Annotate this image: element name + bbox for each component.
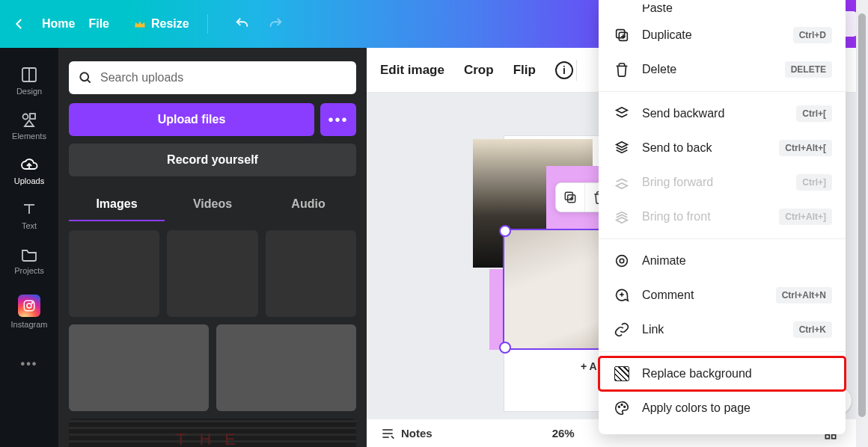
upload-thumb[interactable] (167, 230, 257, 317)
upload-thumb[interactable] (69, 324, 209, 411)
shapes-icon (20, 111, 38, 129)
nav-file[interactable]: File (88, 17, 109, 31)
redo-button[interactable] (266, 15, 284, 33)
link-icon (612, 320, 632, 339)
rail-elements[interactable]: Elements (0, 103, 58, 148)
send-backward-icon (612, 104, 632, 123)
ctx-link[interactable]: Link Ctrl+K (599, 312, 846, 347)
ctx-delete-label: Delete (642, 63, 676, 76)
ctx-comment[interactable]: Comment Ctrl+Alt+N (599, 278, 846, 312)
rail-uploads[interactable]: Uploads (0, 148, 58, 193)
text-icon (20, 200, 38, 218)
crown-icon (133, 17, 147, 31)
svg-rect-3 (30, 114, 35, 119)
rail-text[interactable]: Text (0, 193, 58, 238)
upload-thumb-row-2 (69, 324, 356, 411)
rail-projects[interactable]: Projects (0, 238, 58, 283)
upload-thumb[interactable]: THE (69, 419, 356, 447)
notes-button[interactable]: Notes (401, 427, 433, 440)
upload-thumb[interactable] (69, 230, 159, 317)
upload-more-button[interactable]: ••• (320, 103, 356, 136)
ctx-bring-forward-label: Bring forward (642, 176, 713, 189)
duplicate-button[interactable] (556, 183, 584, 212)
upload-thumb[interactable] (266, 230, 356, 317)
tab-images[interactable]: Images (69, 193, 165, 221)
notes-icon (380, 426, 395, 441)
ctx-bring-to-front: Bring to front Ctrl+Alt+] (599, 200, 846, 234)
search-uploads[interactable] (69, 61, 356, 94)
scrollbar-thumb[interactable] (858, 13, 866, 417)
send-to-back-icon (612, 138, 632, 158)
search-input[interactable] (100, 71, 347, 84)
svg-point-30 (624, 406, 626, 407)
trash-icon (612, 60, 632, 79)
ctx-duplicate[interactable]: Duplicate Ctrl+D (599, 18, 846, 52)
layout-icon (20, 66, 38, 84)
toolbar-divider (576, 60, 577, 81)
ctx-paste[interactable]: Paste (599, 4, 846, 18)
duplicate-icon (612, 25, 632, 45)
svg-point-2 (23, 114, 28, 120)
svg-point-8 (80, 73, 88, 81)
nav-resize[interactable]: Resize (133, 17, 189, 31)
undo-button[interactable] (233, 15, 251, 33)
back-icon[interactable] (10, 15, 28, 33)
zoom-level[interactable]: 26% (552, 427, 575, 440)
ctx-comment-label: Comment (642, 289, 694, 302)
palette-icon (612, 398, 632, 418)
side-rail: Design Elements Uploads Text Projects In… (0, 48, 58, 447)
rail-text-label: Text (22, 221, 37, 230)
upload-thumb-row-1 (69, 230, 356, 317)
info-icon[interactable]: i (555, 61, 573, 79)
ctx-duplicate-shortcut: Ctrl+D (793, 27, 832, 43)
svg-point-28 (618, 406, 620, 407)
search-icon (78, 70, 93, 85)
ctx-delete-shortcut: DELETE (785, 61, 832, 78)
edit-image-button[interactable]: Edit image (380, 63, 444, 78)
rail-instagram[interactable]: Instagram (0, 283, 58, 336)
ctx-apply-colors[interactable]: Apply colors to page (599, 391, 846, 425)
rail-instagram-label: Instagram (11, 320, 48, 329)
header-divider (207, 14, 208, 34)
record-yourself-button[interactable]: Record yourself (69, 144, 356, 176)
ctx-send-backward-label: Send backward (642, 107, 724, 120)
svg-line-9 (88, 80, 91, 83)
svg-rect-19 (832, 434, 836, 438)
ctx-send-to-back-shortcut: Ctrl+Alt+[ (779, 140, 832, 156)
ctx-link-label: Link (642, 323, 664, 336)
ctx-animate-label: Animate (642, 254, 686, 268)
upload-files-button[interactable]: Upload files (69, 103, 314, 136)
bring-to-front-icon (612, 207, 632, 226)
tab-audio[interactable]: Audio (260, 193, 356, 221)
cloud-upload-icon (20, 155, 38, 173)
add-page-label[interactable]: + A (581, 360, 597, 372)
app-root: Home File Resize Try Design Elements (0, 0, 868, 447)
svg-point-6 (27, 303, 31, 308)
ctx-replace-background[interactable]: Replace background (599, 357, 846, 391)
ctx-send-backward[interactable]: Send backward Ctrl+[ (599, 96, 846, 131)
nav-resize-label: Resize (151, 17, 189, 31)
ctx-apply-colors-label: Apply colors to page (642, 401, 751, 415)
svg-point-7 (31, 302, 33, 303)
ctx-send-backward-shortcut: Ctrl+[ (796, 105, 832, 122)
nav-home[interactable]: Home (42, 17, 75, 31)
ctx-delete[interactable]: Delete DELETE (599, 52, 846, 87)
svg-point-25 (620, 259, 624, 263)
rail-more[interactable]: ••• (21, 357, 38, 371)
rail-uploads-label: Uploads (14, 176, 44, 185)
ctx-animate[interactable]: Animate (599, 244, 846, 278)
tab-videos[interactable]: Videos (165, 193, 260, 221)
rail-design[interactable]: Design (0, 58, 58, 103)
rail-design-label: Design (16, 87, 42, 96)
svg-point-29 (621, 404, 623, 406)
flip-button[interactable]: Flip (513, 63, 536, 78)
window-scrollbar[interactable] (856, 0, 868, 447)
ctx-send-to-back[interactable]: Send to back Ctrl+Alt+[ (599, 131, 846, 165)
animate-icon (612, 251, 632, 271)
upload-thumb[interactable] (216, 324, 356, 411)
rail-elements-label: Elements (12, 132, 46, 141)
rail-projects-label: Projects (14, 266, 44, 275)
ctx-paste-label: Paste (642, 4, 673, 15)
svg-point-24 (617, 256, 628, 267)
crop-button[interactable]: Crop (464, 63, 494, 78)
